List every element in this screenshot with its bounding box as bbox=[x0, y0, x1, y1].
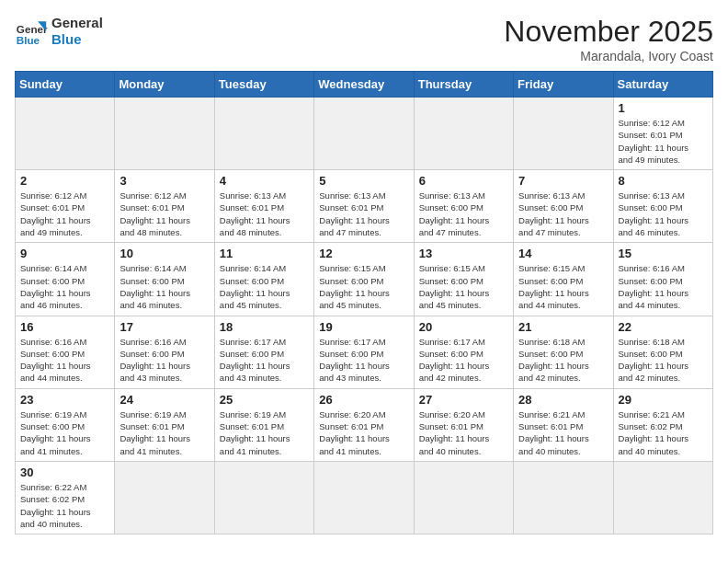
calendar-cell: 11Sunrise: 6:14 AM Sunset: 6:00 PM Dayli… bbox=[214, 243, 313, 316]
day-info: Sunrise: 6:16 AM Sunset: 6:00 PM Dayligh… bbox=[119, 336, 209, 385]
day-number: 16 bbox=[20, 320, 109, 334]
calendar-cell bbox=[214, 98, 313, 170]
day-number: 20 bbox=[419, 320, 508, 334]
calendar-cell: 19Sunrise: 6:17 AM Sunset: 6:00 PM Dayli… bbox=[314, 316, 414, 388]
calendar-cell bbox=[16, 98, 115, 170]
day-info: Sunrise: 6:13 AM Sunset: 6:00 PM Dayligh… bbox=[419, 190, 508, 238]
calendar-cell: 20Sunrise: 6:17 AM Sunset: 6:00 PM Dayli… bbox=[414, 316, 513, 388]
calendar-cell: 29Sunrise: 6:21 AM Sunset: 6:02 PM Dayli… bbox=[613, 388, 712, 461]
calendar-cell bbox=[514, 461, 613, 534]
calendar-cell: 15Sunrise: 6:16 AM Sunset: 6:00 PM Dayli… bbox=[613, 243, 712, 316]
day-info: Sunrise: 6:13 AM Sunset: 6:00 PM Dayligh… bbox=[619, 190, 708, 238]
calendar-cell: 22Sunrise: 6:18 AM Sunset: 6:00 PM Dayli… bbox=[613, 316, 712, 388]
calendar-cell: 28Sunrise: 6:21 AM Sunset: 6:01 PM Dayli… bbox=[514, 388, 613, 461]
day-number: 18 bbox=[220, 320, 309, 334]
calendar-cell: 17Sunrise: 6:16 AM Sunset: 6:00 PM Dayli… bbox=[115, 316, 214, 388]
day-info: Sunrise: 6:17 AM Sunset: 6:00 PM Dayligh… bbox=[319, 336, 408, 385]
svg-text:Blue: Blue bbox=[17, 34, 40, 46]
logo-blue-text: Blue bbox=[51, 31, 103, 48]
calendar-week-4: 16Sunrise: 6:16 AM Sunset: 6:00 PM Dayli… bbox=[16, 316, 713, 388]
calendar-cell bbox=[115, 461, 214, 534]
day-info: Sunrise: 6:19 AM Sunset: 6:01 PM Dayligh… bbox=[119, 408, 209, 457]
month-title: November 2025 bbox=[504, 15, 713, 49]
day-info: Sunrise: 6:16 AM Sunset: 6:00 PM Dayligh… bbox=[619, 262, 708, 311]
weekday-header-sunday: Sunday bbox=[16, 72, 115, 98]
logo-general-text: General bbox=[51, 15, 103, 31]
day-number: 4 bbox=[220, 174, 309, 188]
day-number: 5 bbox=[319, 174, 408, 188]
day-number: 25 bbox=[220, 393, 309, 407]
calendar-cell: 6Sunrise: 6:13 AM Sunset: 6:00 PM Daylig… bbox=[414, 170, 513, 243]
calendar-cell: 21Sunrise: 6:18 AM Sunset: 6:00 PM Dayli… bbox=[514, 316, 613, 388]
weekday-header-row: SundayMondayTuesdayWednesdayThursdayFrid… bbox=[16, 72, 713, 98]
day-info: Sunrise: 6:18 AM Sunset: 6:00 PM Dayligh… bbox=[518, 336, 608, 385]
day-info: Sunrise: 6:12 AM Sunset: 6:01 PM Dayligh… bbox=[619, 117, 708, 166]
day-info: Sunrise: 6:12 AM Sunset: 6:01 PM Dayligh… bbox=[119, 190, 209, 238]
calendar-cell: 14Sunrise: 6:15 AM Sunset: 6:00 PM Dayli… bbox=[514, 243, 613, 316]
day-number: 10 bbox=[119, 247, 209, 260]
day-info: Sunrise: 6:16 AM Sunset: 6:00 PM Dayligh… bbox=[20, 336, 109, 385]
day-info: Sunrise: 6:19 AM Sunset: 6:01 PM Dayligh… bbox=[220, 408, 309, 457]
calendar-week-6: 30Sunrise: 6:22 AM Sunset: 6:02 PM Dayli… bbox=[16, 461, 713, 534]
calendar-cell: 26Sunrise: 6:20 AM Sunset: 6:01 PM Dayli… bbox=[314, 388, 414, 461]
calendar-cell: 10Sunrise: 6:14 AM Sunset: 6:00 PM Dayli… bbox=[115, 243, 214, 316]
day-number: 3 bbox=[119, 174, 209, 188]
calendar-cell bbox=[613, 461, 712, 534]
calendar-cell: 2Sunrise: 6:12 AM Sunset: 6:01 PM Daylig… bbox=[16, 170, 115, 243]
day-info: Sunrise: 6:20 AM Sunset: 6:01 PM Dayligh… bbox=[419, 408, 508, 457]
day-info: Sunrise: 6:14 AM Sunset: 6:00 PM Dayligh… bbox=[220, 262, 309, 311]
calendar-cell: 3Sunrise: 6:12 AM Sunset: 6:01 PM Daylig… bbox=[115, 170, 214, 243]
day-info: Sunrise: 6:18 AM Sunset: 6:00 PM Dayligh… bbox=[619, 336, 708, 385]
day-info: Sunrise: 6:21 AM Sunset: 6:02 PM Dayligh… bbox=[619, 408, 708, 457]
calendar-table: SundayMondayTuesdayWednesdayThursdayFrid… bbox=[15, 71, 713, 534]
day-info: Sunrise: 6:20 AM Sunset: 6:01 PM Dayligh… bbox=[319, 408, 408, 457]
weekday-header-saturday: Saturday bbox=[613, 72, 712, 98]
day-number: 24 bbox=[119, 393, 209, 407]
day-info: Sunrise: 6:15 AM Sunset: 6:00 PM Dayligh… bbox=[518, 262, 608, 311]
page-header: General Blue General Blue November 2025 … bbox=[15, 15, 713, 63]
day-info: Sunrise: 6:15 AM Sunset: 6:00 PM Dayligh… bbox=[419, 262, 508, 311]
calendar-cell bbox=[115, 98, 214, 170]
day-number: 7 bbox=[518, 174, 608, 188]
day-number: 6 bbox=[419, 174, 508, 188]
day-number: 23 bbox=[20, 393, 109, 407]
weekday-header-friday: Friday bbox=[514, 72, 613, 98]
day-info: Sunrise: 6:17 AM Sunset: 6:00 PM Dayligh… bbox=[220, 336, 309, 385]
day-number: 26 bbox=[319, 393, 408, 407]
day-info: Sunrise: 6:14 AM Sunset: 6:00 PM Dayligh… bbox=[20, 262, 109, 311]
day-info: Sunrise: 6:21 AM Sunset: 6:01 PM Dayligh… bbox=[518, 408, 608, 457]
weekday-header-monday: Monday bbox=[115, 72, 214, 98]
day-number: 12 bbox=[319, 247, 408, 260]
calendar-week-2: 2Sunrise: 6:12 AM Sunset: 6:01 PM Daylig… bbox=[16, 170, 713, 243]
day-number: 22 bbox=[619, 320, 708, 334]
calendar-cell bbox=[314, 98, 414, 170]
calendar-week-5: 23Sunrise: 6:19 AM Sunset: 6:00 PM Dayli… bbox=[16, 388, 713, 461]
calendar-cell: 16Sunrise: 6:16 AM Sunset: 6:00 PM Dayli… bbox=[16, 316, 115, 388]
day-info: Sunrise: 6:13 AM Sunset: 6:01 PM Dayligh… bbox=[220, 190, 309, 238]
day-info: Sunrise: 6:19 AM Sunset: 6:00 PM Dayligh… bbox=[20, 408, 109, 457]
calendar-week-1: 1Sunrise: 6:12 AM Sunset: 6:01 PM Daylig… bbox=[16, 98, 713, 170]
calendar-cell: 9Sunrise: 6:14 AM Sunset: 6:00 PM Daylig… bbox=[16, 243, 115, 316]
logo-icon: General Blue bbox=[15, 15, 48, 48]
day-number: 29 bbox=[619, 393, 708, 407]
day-number: 19 bbox=[319, 320, 408, 334]
calendar-cell bbox=[214, 461, 313, 534]
logo: General Blue General Blue bbox=[15, 15, 103, 48]
calendar-cell: 23Sunrise: 6:19 AM Sunset: 6:00 PM Dayli… bbox=[16, 388, 115, 461]
calendar-cell: 8Sunrise: 6:13 AM Sunset: 6:00 PM Daylig… bbox=[613, 170, 712, 243]
day-number: 28 bbox=[518, 393, 608, 407]
calendar-cell bbox=[314, 461, 414, 534]
weekday-header-wednesday: Wednesday bbox=[314, 72, 414, 98]
calendar-cell: 30Sunrise: 6:22 AM Sunset: 6:02 PM Dayli… bbox=[16, 461, 115, 534]
day-number: 14 bbox=[518, 247, 608, 260]
calendar-cell: 12Sunrise: 6:15 AM Sunset: 6:00 PM Dayli… bbox=[314, 243, 414, 316]
day-info: Sunrise: 6:14 AM Sunset: 6:00 PM Dayligh… bbox=[119, 262, 209, 311]
calendar-cell: 13Sunrise: 6:15 AM Sunset: 6:00 PM Dayli… bbox=[414, 243, 513, 316]
calendar-cell: 5Sunrise: 6:13 AM Sunset: 6:01 PM Daylig… bbox=[314, 170, 414, 243]
day-number: 11 bbox=[220, 247, 309, 260]
day-info: Sunrise: 6:12 AM Sunset: 6:01 PM Dayligh… bbox=[20, 190, 109, 238]
calendar-cell bbox=[414, 98, 513, 170]
calendar-cell: 24Sunrise: 6:19 AM Sunset: 6:01 PM Dayli… bbox=[115, 388, 214, 461]
day-number: 9 bbox=[20, 247, 109, 260]
day-info: Sunrise: 6:13 AM Sunset: 6:00 PM Dayligh… bbox=[518, 190, 608, 238]
